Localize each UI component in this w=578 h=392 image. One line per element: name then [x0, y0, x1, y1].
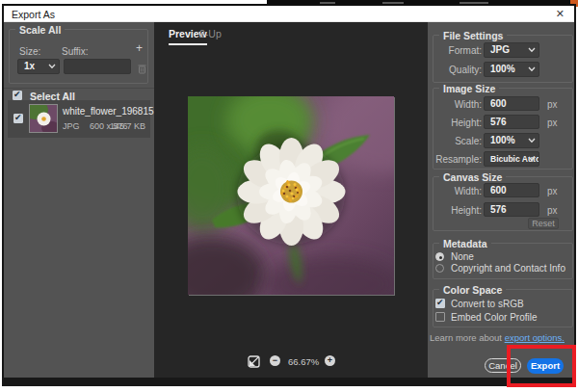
quality-select[interactable]: 100% — [484, 62, 539, 77]
reset-button[interactable]: Reset — [528, 218, 559, 229]
metadata-copyright-label: Copyright and Contact Info — [451, 263, 565, 274]
file-format: JPG — [63, 121, 80, 131]
zoom-level: 66.67% — [288, 356, 319, 367]
check-icon: ✔ — [436, 298, 444, 307]
dialog-title: Export As — [12, 9, 55, 20]
image-width-input[interactable] — [484, 96, 539, 111]
add-scale-icon[interactable]: + — [136, 41, 143, 55]
canvas-height-label: Height: — [437, 205, 482, 216]
file-list-item[interactable]: ✔ white_flower_196815 JPG 600 x 576 145.… — [8, 100, 150, 138]
metadata-none-label: None — [451, 251, 474, 262]
size-select-value: 1x — [24, 61, 35, 71]
convert-srgb-checkbox[interactable]: ✔ — [435, 299, 445, 308]
canvas-width-unit: px — [547, 186, 558, 196]
metadata-copyright-radio[interactable] — [435, 264, 444, 273]
image-height-label: Height: — [437, 118, 482, 128]
dialog-title-bar: Export As ✕ — [4, 6, 574, 22]
metadata-none-radio[interactable] — [435, 252, 444, 261]
preview-area: Preview 2-Up — [154, 22, 428, 378]
canvas-height-input[interactable] — [484, 202, 539, 217]
format-label: Format: — [437, 45, 482, 56]
image-height-input[interactable] — [484, 115, 539, 129]
resample-select[interactable]: Bicubic Auto... — [484, 151, 539, 167]
color-space-title: Color Space — [439, 284, 506, 296]
check-icon: ✔ — [13, 90, 21, 99]
convert-srgb-label: Convert to sRGB — [451, 299, 524, 309]
scale-label: Scale: — [437, 136, 482, 146]
learn-more-text: Learn more about export options. — [430, 332, 565, 343]
cancel-button[interactable]: Cancel — [485, 358, 521, 373]
dialog-bottom-strip — [2, 378, 576, 386]
file-settings-title: File Settings — [439, 30, 507, 41]
left-panel-divider — [4, 88, 154, 89]
export-options-link[interactable]: export options. — [505, 332, 565, 343]
chevron-down-icon — [528, 66, 536, 72]
file-checkbox[interactable]: ✔ — [13, 114, 23, 123]
image-size-title: Image Size — [439, 83, 499, 94]
chevron-down-icon — [48, 64, 56, 69]
canvas-width-label: Width: — [437, 186, 482, 196]
tab-2up[interactable]: 2-Up — [199, 28, 222, 43]
metadata-title: Metadata — [439, 238, 491, 249]
select-all-checkbox[interactable]: ✔ — [13, 91, 22, 100]
scale-select[interactable]: 100% — [484, 133, 539, 148]
embed-profile-checkbox[interactable] — [435, 312, 445, 322]
file-size: 145.7 KB — [110, 121, 145, 131]
chevron-down-icon — [528, 47, 536, 53]
learn-more-prefix: Learn more about — [430, 332, 502, 343]
export-as-dialog-screenshot: Export As ✕ Scale All Size: Suffix: + 1x… — [0, 0, 578, 392]
delete-scale-icon[interactable] — [138, 61, 146, 78]
zoom-in-icon[interactable]: + — [325, 355, 335, 366]
canvas-width-input[interactable] — [484, 183, 539, 197]
embed-profile-label: Embed Color Profile — [451, 312, 537, 323]
format-value: JPG — [490, 44, 510, 55]
suffix-label: Suffix: — [62, 46, 89, 57]
quality-value: 100% — [490, 64, 515, 74]
canvas-height-unit: px — [547, 205, 558, 216]
check-icon: ✔ — [14, 113, 22, 122]
zoom-out-icon[interactable]: − — [270, 355, 280, 366]
resample-label: Resample: — [430, 154, 482, 165]
file-name: white_flower_196815 — [63, 106, 154, 117]
image-width-label: Width: — [437, 99, 482, 110]
fit-to-view-icon[interactable] — [248, 354, 260, 372]
close-icon[interactable]: ✕ — [556, 8, 565, 20]
settings-panel: File Settings Format: JPG Quality: 100% … — [428, 22, 574, 378]
file-thumbnail — [30, 105, 57, 132]
format-select[interactable]: JPG — [484, 42, 539, 58]
export-button[interactable]: Export — [527, 358, 564, 374]
preview-image — [188, 96, 394, 295]
dialog-right-border — [574, 4, 576, 386]
left-panel: Scale All Size: Suffix: + 1x ✔ Select Al… — [4, 22, 154, 378]
canvas-size-title: Canvas Size — [439, 171, 506, 183]
scale-all-title: Scale All — [15, 24, 65, 36]
chevron-down-icon — [528, 138, 536, 144]
image-height-unit: px — [547, 118, 558, 128]
quality-label: Quality: — [437, 65, 482, 75]
image-width-unit: px — [547, 99, 558, 110]
scale-value: 100% — [490, 135, 515, 145]
chevron-down-icon — [528, 156, 536, 162]
suffix-input[interactable] — [64, 59, 131, 74]
size-select[interactable]: 1x — [17, 59, 60, 74]
size-label: Size: — [19, 46, 40, 57]
